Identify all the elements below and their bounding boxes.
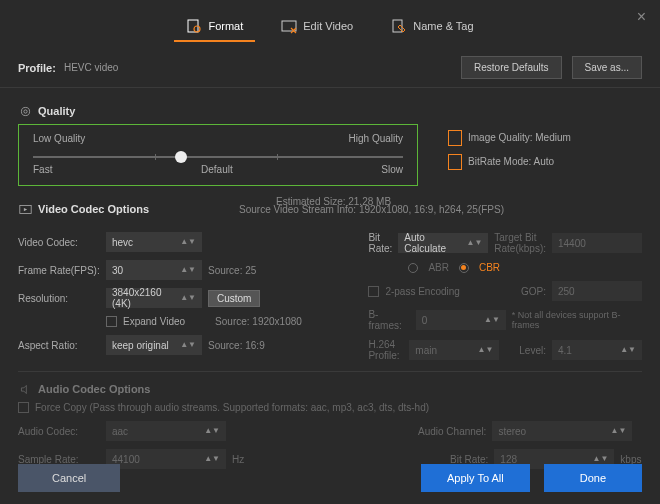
audio-codec-label: Audio Codec: [18,426,100,437]
audio-codec-title: Audio Codec Options [38,383,150,395]
tab-format-label: Format [208,20,243,32]
profile-label: Profile: [18,62,56,74]
target-bitrate-input[interactable]: 14400 [552,233,642,253]
cbr-radio[interactable] [459,263,469,273]
svg-point-5 [23,109,26,112]
gear-icon [18,104,32,118]
restore-defaults-button[interactable]: Restore Defaults [461,56,561,79]
aspect-label: Aspect Ratio: [18,340,100,351]
two-pass-label: 2-pass Encoding [385,286,460,297]
tab-name-tag[interactable]: Name & Tag [379,12,485,42]
audio-channel-select[interactable]: stereo▲▼ [492,421,632,441]
tab-name-label: Name & Tag [413,20,473,32]
done-button[interactable]: Done [544,464,642,492]
force-copy-checkbox[interactable] [18,402,29,413]
force-copy-label: Force Copy (Pass through audio streams. … [35,402,429,413]
abr-radio[interactable] [408,263,418,273]
cancel-button[interactable]: Cancel [18,464,120,492]
bframes-select[interactable]: 0▲▼ [416,310,506,330]
bframes-note: * Not all devices support B-frames [512,310,642,330]
audio-channel-label: Audio Channel: [418,426,486,437]
profile-value: HEVC video [64,62,118,73]
expand-video-checkbox[interactable] [106,316,117,327]
tab-edit-label: Edit Video [303,20,353,32]
quality-slider-box: Low Quality High Quality Fast Default Sl… [18,124,418,186]
slow-label: Slow [381,164,403,175]
tab-format[interactable]: Format [174,12,255,42]
bitrate-select[interactable]: Auto Calculate▲▼ [398,233,488,253]
two-pass-checkbox[interactable] [368,286,379,297]
resolution-select[interactable]: 3840x2160 (4K)▲▼ [106,288,202,308]
gop-input[interactable]: 250 [552,281,642,301]
level-select[interactable]: 4.1▲▼ [552,340,642,360]
format-icon [186,18,202,34]
abr-label: ABR [428,262,449,273]
speaker-icon [18,382,32,396]
high-quality-label: High Quality [349,133,403,144]
resolution-label: Resolution: [18,293,100,304]
name-tag-icon [391,18,407,34]
quality-title: Quality [38,105,75,117]
video-codec-heading: Video Codec Options [18,202,149,216]
expand-video-label: Expand Video [123,316,185,327]
cbr-label: CBR [479,262,500,273]
resolution-source: Source: 1920x1080 [215,316,302,327]
video-codec-title: Video Codec Options [38,203,149,215]
level-label: Level: [519,345,546,356]
save-as-button[interactable]: Save as... [572,56,642,79]
svg-point-4 [21,107,29,115]
h264-profile-label: H.264 Profile: [368,339,403,361]
video-icon [18,202,32,216]
fps-source: Source: 25 [208,265,256,276]
profile-row: Profile: HEVC video Restore Defaults Sav… [0,42,660,88]
estimated-size: Estimated Size: 21.28 MB [276,196,391,207]
doc-icon [448,130,462,146]
aspect-select[interactable]: keep original▲▼ [106,335,202,355]
audio-codec-heading: Audio Codec Options [18,382,642,396]
quality-slider[interactable] [33,156,403,158]
tab-edit-video[interactable]: Edit Video [269,12,365,42]
audio-codec-select[interactable]: aac▲▼ [106,421,226,441]
bitrate-mode-info: BitRate Mode: Auto [448,154,571,170]
low-quality-label: Low Quality [33,133,85,144]
tabs: Format Edit Video Name & Tag [0,0,660,42]
footer: Cancel Apply To All Done [0,452,660,504]
image-quality-info: Image Quality: Medium [448,130,571,146]
video-codec-select[interactable]: hevc▲▼ [106,232,202,252]
bframes-label: B-frames: [368,309,409,331]
video-codec-label: Video Codec: [18,237,100,248]
h264-profile-select[interactable]: main▲▼ [409,340,499,360]
aspect-source: Source: 16:9 [208,340,265,351]
target-bitrate-label: Target Bit Rate(kbps): [494,232,546,254]
fast-label: Fast [33,164,52,175]
bitrate-label: Bit Rate: [368,232,392,254]
edit-video-icon [281,18,297,34]
svg-point-1 [194,26,200,32]
fps-label: Frame Rate(FPS): [18,265,100,276]
doc-icon [448,154,462,170]
close-icon[interactable]: × [637,8,646,26]
gop-label: GOP: [521,286,546,297]
custom-resolution-button[interactable]: Custom [208,290,260,307]
apply-to-all-button[interactable]: Apply To All [421,464,530,492]
quality-heading: Quality [18,104,642,118]
fps-select[interactable]: 30▲▼ [106,260,202,280]
slider-thumb[interactable] [175,151,187,163]
default-label: Default [201,164,233,175]
